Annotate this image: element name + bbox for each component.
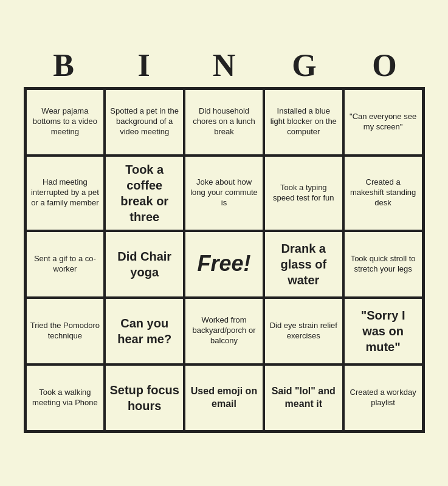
bingo-cell: Did household chores on a lunch break	[184, 89, 264, 156]
bingo-grid: Wear pajama bottoms to a video meetingSp…	[24, 87, 425, 433]
bingo-cell: Setup focus hours	[105, 364, 184, 431]
bingo-cell: "Sorry I was on mute"	[343, 298, 423, 364]
bingo-cell: Wear pajama bottoms to a video meeting	[26, 89, 105, 156]
bingo-cell: Tried the Pomodoro technique	[26, 298, 105, 364]
bingo-cell: Said "lol" and meant it	[264, 364, 343, 431]
bingo-cell: Did eye strain relief exercises	[264, 298, 343, 364]
bingo-letter: O	[348, 47, 421, 83]
bingo-cell: Took quick stroll to stretch your legs	[343, 231, 423, 298]
bingo-cell: Used emoji on email	[184, 364, 264, 431]
bingo-cell: Joke about how long your commute is	[184, 156, 264, 231]
bingo-cell: Took a walking meeting via Phone	[26, 364, 105, 431]
bingo-cell: Worked from backyard/porch or balcony	[184, 298, 264, 364]
bingo-cell: Had meeting interrupted by a pet or a fa…	[26, 156, 105, 231]
bingo-letter: B	[27, 47, 100, 83]
bingo-card: BINGO Wear pajama bottoms to a video mee…	[12, 41, 437, 445]
bingo-cell: Free!	[184, 231, 264, 298]
bingo-cell: Drank a glass of water	[264, 231, 343, 298]
bingo-letter: G	[268, 47, 341, 83]
bingo-cell: "Can everyone see my screen"	[343, 89, 423, 156]
bingo-cell: Took a coffee break or three	[105, 156, 184, 231]
bingo-cell: Installed a blue light blocker on the co…	[264, 89, 343, 156]
bingo-cell: Took a typing speed test for fun	[264, 156, 343, 231]
bingo-cell: Created a workday playlist	[343, 364, 423, 431]
bingo-letter: N	[188, 47, 261, 83]
bingo-header: BINGO	[24, 47, 425, 83]
bingo-cell: Did Chair yoga	[105, 231, 184, 298]
bingo-cell: Created a makeshift standing desk	[343, 156, 423, 231]
bingo-letter: I	[108, 47, 181, 83]
bingo-cell: Sent a gif to a co-worker	[26, 231, 105, 298]
bingo-cell: Can you hear me?	[105, 298, 184, 364]
bingo-cell: Spotted a pet in the background of a vid…	[105, 89, 184, 156]
